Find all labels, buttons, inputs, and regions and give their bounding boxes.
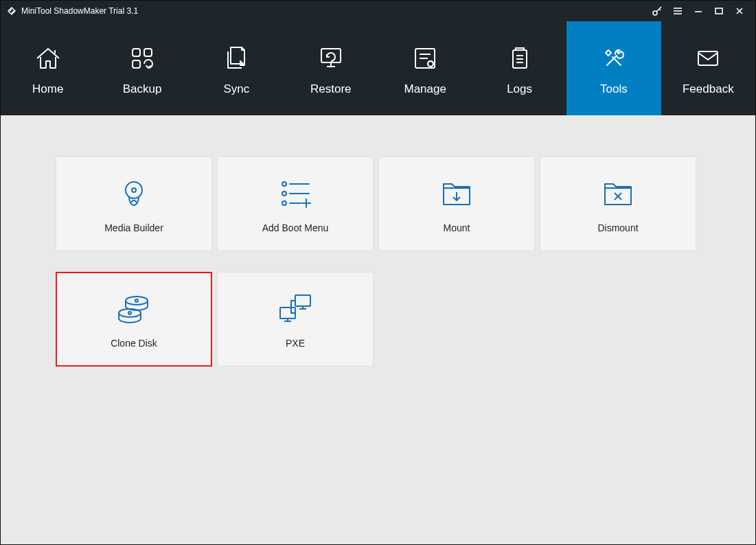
nav-home-label: Home: [32, 82, 63, 96]
maximize-button[interactable]: [709, 1, 729, 21]
close-button[interactable]: [729, 1, 750, 21]
nav-logs[interactable]: Logs: [472, 21, 566, 115]
restore-icon: [316, 41, 346, 76]
nav-manage-label: Manage: [404, 82, 446, 96]
pxe-icon: [275, 290, 316, 328]
mount-icon: [438, 174, 475, 213]
svg-point-38: [126, 297, 148, 305]
app-window: MiniTool ShadowMaker Trial 3.1 Home: [0, 0, 756, 545]
tool-pxe-label: PXE: [286, 338, 305, 349]
dismount-icon: [599, 174, 637, 213]
app-title: MiniTool ShadowMaker Trial 3.1: [21, 6, 138, 16]
svg-point-25: [282, 182, 286, 186]
nav-tools[interactable]: Tools: [566, 21, 661, 115]
nav-sync-label: Sync: [224, 82, 250, 96]
feedback-icon: [693, 41, 723, 76]
minimize-button[interactable]: [688, 1, 709, 21]
svg-point-41: [128, 312, 131, 314]
tools-panel: Media Builder Add Boot Menu Mount Dismou…: [1, 115, 755, 544]
add-boot-menu-icon: [276, 174, 314, 213]
tool-mount[interactable]: Mount: [378, 156, 535, 251]
svg-point-29: [282, 201, 286, 205]
nav-restore[interactable]: Restore: [284, 21, 378, 115]
svg-point-39: [119, 309, 141, 317]
tool-media-builder[interactable]: Media Builder: [56, 156, 212, 251]
svg-point-24: [132, 188, 136, 192]
tool-media-builder-label: Media Builder: [104, 222, 163, 233]
svg-point-40: [135, 299, 138, 302]
menu-icon[interactable]: [667, 1, 688, 21]
svg-rect-42: [295, 295, 310, 306]
tool-clone-disk[interactable]: Clone Disk: [56, 272, 212, 367]
app-logo-icon: [6, 5, 17, 16]
nav-home[interactable]: Home: [1, 21, 95, 115]
nav-feedback-label: Feedback: [683, 82, 734, 96]
tool-pxe[interactable]: PXE: [217, 272, 374, 367]
svg-rect-10: [133, 60, 140, 68]
svg-rect-9: [144, 49, 152, 56]
clone-disk-icon: [113, 290, 154, 328]
tool-mount-label: Mount: [444, 222, 470, 233]
main-nav: Home Backup Sync Restore Manage: [1, 21, 755, 115]
tool-add-boot-menu-label: Add Boot Menu: [262, 222, 329, 233]
nav-backup-label: Backup: [123, 82, 162, 96]
tools-grid: Media Builder Add Boot Menu Mount Dismou…: [56, 156, 700, 367]
tool-clone-disk-label: Clone Disk: [111, 338, 157, 349]
titlebar: MiniTool ShadowMaker Trial 3.1: [1, 1, 755, 21]
svg-point-23: [126, 182, 142, 198]
tools-icon: [599, 41, 629, 76]
tool-dismount[interactable]: Dismount: [540, 156, 696, 251]
svg-rect-5: [715, 8, 722, 14]
nav-backup[interactable]: Backup: [95, 21, 189, 115]
nav-tools-label: Tools: [600, 82, 628, 96]
manage-icon: [410, 41, 440, 76]
logs-icon: [505, 41, 535, 76]
key-icon[interactable]: [647, 1, 667, 21]
nav-logs-label: Logs: [507, 82, 532, 96]
nav-restore-label: Restore: [310, 82, 352, 96]
backup-icon: [127, 41, 157, 76]
svg-rect-22: [698, 51, 718, 65]
home-icon: [33, 41, 63, 76]
media-builder-icon: [115, 174, 152, 213]
nav-feedback[interactable]: Feedback: [661, 21, 755, 115]
nav-manage[interactable]: Manage: [378, 21, 472, 115]
nav-sync[interactable]: Sync: [190, 21, 284, 115]
tool-dismount-label: Dismount: [597, 222, 638, 233]
tool-add-boot-menu[interactable]: Add Boot Menu: [217, 156, 374, 251]
svg-rect-8: [133, 49, 140, 56]
sync-icon: [221, 41, 251, 76]
svg-point-27: [282, 192, 286, 196]
